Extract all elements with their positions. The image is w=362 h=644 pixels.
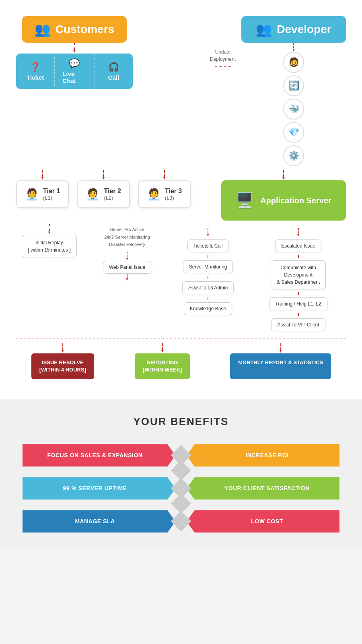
tier1-info: Tier 1 (L1) xyxy=(43,188,60,201)
outcome2-label: REPORTING[WITHIN WEEK] xyxy=(143,359,182,373)
arrow-cr2 xyxy=(208,255,208,258)
arrow-customers-down: ▼ xyxy=(72,43,76,54)
center-right-flow: ▼ Tickets & Call Server Monitoring Assis… xyxy=(172,228,244,315)
arrow-outcome3: ▼ xyxy=(279,343,283,353)
developer-label: Developer xyxy=(277,23,331,36)
outcome-issue-resolve: ISSUE RESOLVE[WITHIN 4 HOURS] xyxy=(31,353,94,379)
outcome1-label: ISSUE RESOLVE[WITHIN 4 HOURS] xyxy=(39,359,86,373)
update-deployment-label: UpdateDeployment xyxy=(210,48,236,63)
developer-icon: 👥 xyxy=(256,22,272,37)
outcome-monthly: MONTHLY REPORT & STATISTICS xyxy=(230,353,331,379)
benefit-label-left-2: 99 % SERVER UPTIME xyxy=(23,477,175,500)
arrow-right-down: ▼ xyxy=(296,228,300,237)
dev-tool-git: 💎 xyxy=(283,122,304,143)
arrow-center2-down: ▼ xyxy=(125,274,129,281)
tier3-box: 🧑‍💼 Tier 3 (L3) xyxy=(138,180,191,208)
benefit-left-3: MANAGE SLA xyxy=(23,510,175,533)
arrow-right2 xyxy=(298,255,299,258)
vip-client-box: Assist To VIP Client xyxy=(271,318,325,331)
outcome1-group: ▼ ISSUE RESOLVE[WITHIN 4 HOURS] xyxy=(16,343,109,379)
arrow-appserver-down: ▼ xyxy=(282,170,286,180)
benefit-left-1: FOCUS ON SALES & EXPANSION xyxy=(23,444,175,466)
diagram-section: 👥 Customers ▼ ❓ Ticket 💬 Live Ch xyxy=(0,0,362,399)
arrow-cr4 xyxy=(208,297,208,300)
training-help-label: Training / Help L1, L2 xyxy=(275,301,321,307)
arrow-cr-down: ▼ xyxy=(206,228,210,237)
dev-tool-k8s: ⚙️ xyxy=(283,145,304,166)
escalated-issue-box: Escalated Issue xyxy=(275,239,321,252)
arrow-outcome1: ▼ xyxy=(61,343,65,353)
arrow-tier1-replay: ▼ xyxy=(47,224,51,235)
knowledge-base-box: Knowledge Base xyxy=(184,302,232,315)
arrow-center-down: ▼ xyxy=(125,252,129,261)
tier2-person-icon: 🧑‍💼 xyxy=(86,188,100,201)
assist-l3-label: Assist to L3 Admin xyxy=(188,285,228,291)
communicate-label: Comunicate withDevelopment& Sales Depart… xyxy=(277,265,320,285)
dev-tool-docker: 🐳 xyxy=(283,99,304,120)
benefit-label-left-3: MANAGE SLA xyxy=(23,510,175,533)
ticket-icon: ❓ xyxy=(30,62,41,72)
app-server-box: 🖥️ Application Server xyxy=(221,180,346,221)
channel-livechat: 💬 Live Chat xyxy=(55,54,94,89)
app-server-label: Application Server xyxy=(260,196,331,205)
center-flow-group: Server Pro Active24x7 Server MonitaringD… xyxy=(89,224,165,281)
benefit-right-3: LOW COST xyxy=(187,510,339,533)
benefit-right-1: INCREASE ROI xyxy=(187,444,339,466)
benefit-row-1: FOCUS ON SALES & EXPANSION INCREASE ROI xyxy=(12,444,350,466)
customers-group: 👥 Customers ▼ ❓ Ticket 💬 Live Ch xyxy=(16,16,133,89)
initial-replay-label: Initial Replay[ within 15 minutes ] xyxy=(28,240,70,253)
web-panel-issue-box: Web Panel Issue xyxy=(103,261,152,274)
developer-box: 👥 Developer xyxy=(241,16,346,43)
channel-ticket: ❓ Ticket xyxy=(16,57,55,86)
tier3-person-icon: 🧑‍💼 xyxy=(147,188,161,201)
benefit-connector-2 xyxy=(12,500,350,508)
tier2-info: Tier 2 (L2) xyxy=(104,188,121,201)
tiers-row: ▼ 🧑‍💼 Tier 1 (L1) ▼ 🧑‍💼 xyxy=(12,170,350,221)
customers-icon: 👥 xyxy=(35,22,51,37)
initial-replay-box: Initial Replay[ within 15 minutes ] xyxy=(22,235,76,258)
benefit-right-2: YOUR CLIENT SATISFACTION xyxy=(187,477,339,500)
tier3-group: ▼ 🧑‍💼 Tier 3 (L3) xyxy=(138,170,191,208)
customers-label: Customers xyxy=(56,23,114,36)
outcome3-label: MONTHLY REPORT & STATISTICS xyxy=(238,359,323,365)
dev-tools-group: 🧔 🔄 🐳 💎 ⚙️ xyxy=(283,52,304,166)
arrow-developer-down: ▼ xyxy=(292,43,296,52)
right-flow-group: ▼ Escalated Issue Comunicate withDevelop… xyxy=(251,228,346,331)
tier1-person-icon: 🧑‍💼 xyxy=(25,188,39,201)
knowledge-base-label: Knowledge Base xyxy=(190,306,226,312)
arrow-right3 xyxy=(298,292,299,295)
benefits-section: YOUR BENEFITS FOCUS ON SALES & EXPANSION… xyxy=(0,399,362,549)
outcome-reporting: REPORTING[WITHIN WEEK] xyxy=(135,353,190,379)
app-server-group: ▼ 🖥️ Application Server xyxy=(221,170,346,221)
call-icon: 🎧 xyxy=(108,62,119,72)
server-monitoring-box: Server Monitoring xyxy=(183,260,233,273)
h-divider-line xyxy=(16,339,346,339)
outcome2-group: ▼ REPORTING[WITHIN WEEK] xyxy=(116,343,209,379)
middle-flow-row: ▼ Initial Replay[ within 15 minutes ] Se… xyxy=(12,224,350,331)
tier1-group: ▼ 🧑‍💼 Tier 1 (L1) xyxy=(16,170,69,208)
arrow-tier2-down: ▼ xyxy=(101,170,105,180)
server-monitoring-label: Server Monitoring xyxy=(189,264,227,270)
benefit-label-right-2: YOUR CLIENT SATISFACTION xyxy=(187,477,339,500)
dev-tool-sync: 🔄 xyxy=(283,75,304,96)
arrow-h-line xyxy=(215,66,231,67)
dev-tool-jenkins: 🧔 xyxy=(283,52,304,73)
tier1-box: 🧑‍💼 Tier 1 (L1) xyxy=(16,180,69,208)
assist-l3-box: Assist to L3 Admin xyxy=(182,281,234,294)
tier2-box: 🧑‍💼 Tier 2 (L2) xyxy=(77,180,130,208)
escalated-issue-label: Escalated Issue xyxy=(281,243,315,249)
communicate-box: Comunicate withDevelopment& Sales Depart… xyxy=(271,260,326,289)
tickets-call-box: Tickets & Call xyxy=(187,239,229,252)
tier2-group: ▼ 🧑‍💼 Tier 2 (L2) xyxy=(77,170,130,208)
benefit-label-right-1: INCREASE ROI xyxy=(187,444,339,466)
update-deploy-area: UpdateDeployment xyxy=(210,16,236,67)
customers-box: 👥 Customers xyxy=(22,16,127,43)
benefit-row-3: MANAGE SLA LOW COST xyxy=(12,510,350,533)
arrow-tier3-down: ▼ xyxy=(162,170,167,180)
diagram-container: 👥 Customers ▼ ❓ Ticket 💬 Live Ch xyxy=(0,8,362,387)
vip-client-label: Assist To VIP Client xyxy=(277,322,319,328)
benefit-label-right-3: LOW COST xyxy=(187,510,339,533)
benefit-label-left-1: FOCUS ON SALES & EXPANSION xyxy=(23,444,175,466)
server-icon: 🖥️ xyxy=(236,192,254,209)
web-panel-issue-label: Web Panel Issue xyxy=(109,264,146,270)
